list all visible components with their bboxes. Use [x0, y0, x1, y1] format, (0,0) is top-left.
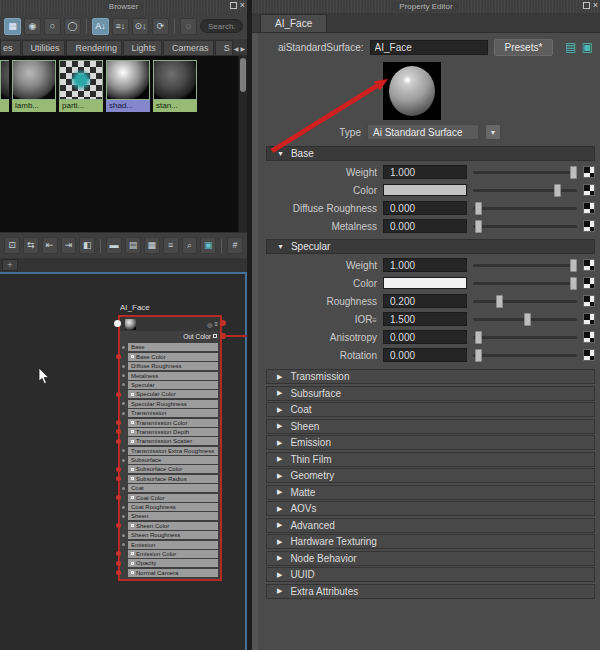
slider-handle[interactable] — [496, 295, 503, 308]
map-texture-button[interactable] — [583, 166, 595, 178]
browser-tab-utilities[interactable]: Utilities — [22, 40, 66, 55]
node-editor-canvas[interactable]: AI_Face ◎ ≡ Out Color BaseBase ColorDiff… — [0, 272, 247, 650]
color-input-port[interactable] — [116, 561, 121, 566]
display-connected-mode-icon[interactable]: ▤ — [125, 237, 141, 254]
section-collapsed-matte[interactable]: ▶Matte — [266, 485, 595, 500]
node-row[interactable]: Sheen — [128, 512, 218, 520]
node-header-out-port[interactable] — [220, 320, 226, 326]
out-color-connection[interactable] — [222, 335, 247, 337]
color-input-port[interactable] — [116, 523, 121, 528]
browser-tab-s[interactable]: S — [215, 40, 233, 55]
display-custom-mode-icon[interactable]: ≡ — [163, 237, 179, 254]
scalar-input-port[interactable] — [122, 534, 125, 537]
view-medium-swatch-icon[interactable]: ○ — [44, 18, 61, 35]
color-input-port[interactable] — [116, 392, 121, 397]
color-input-port[interactable] — [116, 495, 121, 500]
section-collapsed-uuid[interactable]: ▶UUID — [266, 567, 595, 582]
node-input-port[interactable] — [114, 320, 121, 327]
out-color-row[interactable]: Out Color — [120, 331, 220, 341]
map-texture-button[interactable] — [583, 220, 595, 232]
section-collapsed-aovs[interactable]: ▶AOVs — [266, 501, 595, 516]
map-texture-button[interactable] — [583, 349, 595, 361]
browser-tab-es[interactable]: es — [0, 40, 21, 55]
node-row[interactable]: Diffuse Roughness — [128, 362, 218, 370]
show-in-attribute-editor-icon[interactable]: ▤ — [565, 41, 576, 53]
node-row[interactable]: Coat — [128, 484, 218, 492]
presets-button[interactable]: Presets* — [494, 39, 554, 56]
section-collapsed-extra-attributes[interactable]: ▶Extra Attributes — [266, 584, 595, 599]
scalar-input-port[interactable] — [122, 487, 125, 490]
tab-arrow-icon[interactable]: ▶ — [240, 45, 245, 52]
grid-toggle-icon[interactable]: # — [227, 237, 243, 254]
view-as-icons-icon[interactable]: ▦ — [4, 18, 21, 35]
tab-ai-face[interactable]: AI_Face — [260, 14, 327, 32]
slider-handle[interactable] — [554, 184, 561, 197]
input-connections-icon[interactable]: ⇤ — [42, 237, 58, 254]
scalar-input-port[interactable] — [122, 346, 125, 349]
material-swatch[interactable]: stan... — [153, 60, 197, 112]
tab-arrow-icon[interactable]: ◀ — [234, 45, 239, 52]
scalar-input-port[interactable] — [122, 506, 125, 509]
scalar-input-port[interactable] — [122, 402, 125, 405]
slider[interactable] — [473, 220, 577, 233]
view-small-swatch-icon[interactable]: ◉ — [24, 18, 41, 35]
material-swatch[interactable] — [0, 60, 9, 112]
section-collapsed-advanced[interactable]: ▶Advanced — [266, 518, 595, 533]
slider[interactable] — [473, 166, 577, 179]
section-header-specular[interactable]: ▼Specular — [266, 239, 595, 254]
value-field[interactable]: 0.000 — [383, 330, 467, 344]
map-texture-button[interactable] — [583, 277, 595, 289]
display-full-mode-icon[interactable]: ▦ — [144, 237, 160, 254]
property-editor-titlebar[interactable]: Property Editor × — [252, 0, 600, 13]
sort-by-time-icon[interactable]: ⊙↓ — [132, 18, 149, 35]
node-row[interactable]: Emission — [128, 541, 218, 549]
pin-selected-icon[interactable]: ◧ — [79, 237, 95, 254]
type-select[interactable]: Ai Standard Surface — [367, 124, 479, 140]
browser-titlebar[interactable]: Browser × — [0, 0, 247, 13]
node-row[interactable]: Transmission — [128, 409, 218, 417]
color-input-port[interactable] — [116, 476, 121, 481]
node-row[interactable]: Transmission Scatter — [128, 437, 218, 445]
copy-tab-icon[interactable]: ▣ — [582, 41, 593, 53]
map-texture-button[interactable] — [583, 202, 595, 214]
node-row[interactable]: Normal Camera — [128, 569, 218, 577]
map-texture-button[interactable] — [583, 331, 595, 343]
node-row[interactable]: Coat Roughness — [128, 503, 218, 511]
view-large-swatch-icon[interactable]: ◯ — [64, 18, 81, 35]
slider-handle[interactable] — [570, 277, 577, 290]
swatch-scrollbar[interactable] — [238, 56, 247, 232]
node-row[interactable]: Sheen Roughness — [128, 531, 218, 539]
scalar-input-port[interactable] — [122, 543, 125, 546]
float-panel-icon[interactable] — [230, 2, 237, 9]
value-field[interactable]: 0.200 — [383, 294, 467, 308]
slider-handle[interactable] — [475, 202, 482, 215]
scalar-input-port[interactable] — [122, 383, 125, 386]
section-collapsed-node-behavior[interactable]: ▶Node Behavior — [266, 551, 595, 566]
slider-handle[interactable] — [475, 349, 482, 362]
input-output-connections-icon[interactable]: ⇆ — [23, 237, 39, 254]
section-collapsed-sheen[interactable]: ▶Sheen — [266, 419, 595, 434]
node-row[interactable]: Sheen Color — [128, 522, 218, 530]
browser-tab-rendering[interactable]: Rendering — [66, 40, 121, 55]
section-header-base[interactable]: ▼Base — [266, 146, 595, 161]
slider[interactable] — [473, 202, 577, 215]
color-swatch[interactable] — [383, 277, 467, 289]
scalar-input-port[interactable] — [122, 412, 125, 415]
section-collapsed-hardware-texturing[interactable]: ▶Hardware Texturing — [266, 534, 595, 549]
slider[interactable] — [473, 277, 577, 290]
section-collapsed-subsurface[interactable]: ▶Subsurface — [266, 386, 595, 401]
bookmarks-icon[interactable]: ▣ — [200, 237, 216, 254]
slider[interactable] — [473, 295, 577, 308]
map-texture-button[interactable] — [583, 184, 595, 196]
value-field[interactable]: 1.000 — [383, 165, 467, 179]
slider-handle[interactable] — [570, 259, 577, 272]
node-row[interactable]: Transmission Color — [128, 419, 218, 427]
node-row[interactable]: Opacity — [128, 559, 218, 567]
node-row[interactable]: Subsurface Radius — [128, 475, 218, 483]
node-row[interactable]: Specular — [128, 381, 218, 389]
slider[interactable] — [473, 349, 577, 362]
browser-tab-lights[interactable]: Lights — [123, 40, 162, 55]
node-row[interactable]: Transmission Extra Roughness — [128, 447, 218, 455]
slider[interactable] — [473, 184, 577, 197]
sort-alphabetical-icon[interactable]: A↓ — [92, 18, 109, 35]
